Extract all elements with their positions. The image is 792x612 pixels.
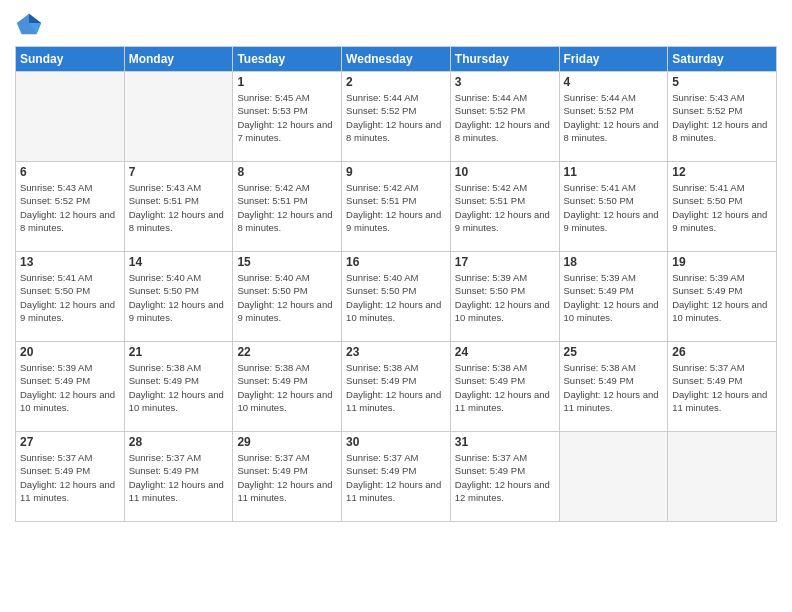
day-number: 10	[455, 165, 555, 179]
calendar-cell: 15Sunrise: 5:40 AMSunset: 5:50 PMDayligh…	[233, 252, 342, 342]
day-info: Sunrise: 5:43 AMSunset: 5:52 PMDaylight:…	[672, 91, 772, 144]
day-number: 16	[346, 255, 446, 269]
day-number: 21	[129, 345, 229, 359]
day-info: Sunrise: 5:42 AMSunset: 5:51 PMDaylight:…	[237, 181, 337, 234]
day-info: Sunrise: 5:37 AMSunset: 5:49 PMDaylight:…	[20, 451, 120, 504]
calendar-cell: 10Sunrise: 5:42 AMSunset: 5:51 PMDayligh…	[450, 162, 559, 252]
day-info: Sunrise: 5:39 AMSunset: 5:49 PMDaylight:…	[20, 361, 120, 414]
calendar-cell	[559, 432, 668, 522]
day-number: 25	[564, 345, 664, 359]
calendar-cell: 1Sunrise: 5:45 AMSunset: 5:53 PMDaylight…	[233, 72, 342, 162]
header	[15, 10, 777, 38]
weekday-header: Saturday	[668, 47, 777, 72]
day-info: Sunrise: 5:37 AMSunset: 5:49 PMDaylight:…	[346, 451, 446, 504]
day-info: Sunrise: 5:37 AMSunset: 5:49 PMDaylight:…	[455, 451, 555, 504]
weekday-header: Friday	[559, 47, 668, 72]
calendar-week-row: 1Sunrise: 5:45 AMSunset: 5:53 PMDaylight…	[16, 72, 777, 162]
calendar-cell: 14Sunrise: 5:40 AMSunset: 5:50 PMDayligh…	[124, 252, 233, 342]
day-number: 17	[455, 255, 555, 269]
svg-marker-1	[29, 14, 41, 23]
day-number: 15	[237, 255, 337, 269]
calendar-cell: 22Sunrise: 5:38 AMSunset: 5:49 PMDayligh…	[233, 342, 342, 432]
weekday-header: Wednesday	[342, 47, 451, 72]
page: SundayMondayTuesdayWednesdayThursdayFrid…	[0, 0, 792, 612]
day-number: 26	[672, 345, 772, 359]
day-number: 27	[20, 435, 120, 449]
day-info: Sunrise: 5:40 AMSunset: 5:50 PMDaylight:…	[237, 271, 337, 324]
calendar-header-row: SundayMondayTuesdayWednesdayThursdayFrid…	[16, 47, 777, 72]
day-info: Sunrise: 5:39 AMSunset: 5:50 PMDaylight:…	[455, 271, 555, 324]
calendar-week-row: 20Sunrise: 5:39 AMSunset: 5:49 PMDayligh…	[16, 342, 777, 432]
calendar-cell: 13Sunrise: 5:41 AMSunset: 5:50 PMDayligh…	[16, 252, 125, 342]
day-info: Sunrise: 5:37 AMSunset: 5:49 PMDaylight:…	[129, 451, 229, 504]
day-number: 1	[237, 75, 337, 89]
day-info: Sunrise: 5:41 AMSunset: 5:50 PMDaylight:…	[20, 271, 120, 324]
day-info: Sunrise: 5:40 AMSunset: 5:50 PMDaylight:…	[129, 271, 229, 324]
calendar-cell: 6Sunrise: 5:43 AMSunset: 5:52 PMDaylight…	[16, 162, 125, 252]
day-number: 9	[346, 165, 446, 179]
day-number: 29	[237, 435, 337, 449]
calendar-cell: 16Sunrise: 5:40 AMSunset: 5:50 PMDayligh…	[342, 252, 451, 342]
day-info: Sunrise: 5:37 AMSunset: 5:49 PMDaylight:…	[672, 361, 772, 414]
day-info: Sunrise: 5:39 AMSunset: 5:49 PMDaylight:…	[672, 271, 772, 324]
day-number: 22	[237, 345, 337, 359]
calendar-cell	[16, 72, 125, 162]
calendar-week-row: 6Sunrise: 5:43 AMSunset: 5:52 PMDaylight…	[16, 162, 777, 252]
day-info: Sunrise: 5:38 AMSunset: 5:49 PMDaylight:…	[346, 361, 446, 414]
calendar-cell: 31Sunrise: 5:37 AMSunset: 5:49 PMDayligh…	[450, 432, 559, 522]
weekday-header: Tuesday	[233, 47, 342, 72]
day-number: 5	[672, 75, 772, 89]
day-info: Sunrise: 5:44 AMSunset: 5:52 PMDaylight:…	[346, 91, 446, 144]
calendar-cell: 19Sunrise: 5:39 AMSunset: 5:49 PMDayligh…	[668, 252, 777, 342]
day-number: 2	[346, 75, 446, 89]
day-info: Sunrise: 5:41 AMSunset: 5:50 PMDaylight:…	[672, 181, 772, 234]
calendar-table: SundayMondayTuesdayWednesdayThursdayFrid…	[15, 46, 777, 522]
weekday-header: Monday	[124, 47, 233, 72]
calendar-cell: 23Sunrise: 5:38 AMSunset: 5:49 PMDayligh…	[342, 342, 451, 432]
calendar-cell: 8Sunrise: 5:42 AMSunset: 5:51 PMDaylight…	[233, 162, 342, 252]
day-info: Sunrise: 5:43 AMSunset: 5:52 PMDaylight:…	[20, 181, 120, 234]
logo-icon	[15, 10, 43, 38]
calendar-cell: 25Sunrise: 5:38 AMSunset: 5:49 PMDayligh…	[559, 342, 668, 432]
day-number: 28	[129, 435, 229, 449]
calendar-cell: 7Sunrise: 5:43 AMSunset: 5:51 PMDaylight…	[124, 162, 233, 252]
calendar-cell: 20Sunrise: 5:39 AMSunset: 5:49 PMDayligh…	[16, 342, 125, 432]
day-info: Sunrise: 5:37 AMSunset: 5:49 PMDaylight:…	[237, 451, 337, 504]
calendar-week-row: 13Sunrise: 5:41 AMSunset: 5:50 PMDayligh…	[16, 252, 777, 342]
day-number: 20	[20, 345, 120, 359]
day-number: 7	[129, 165, 229, 179]
calendar-week-row: 27Sunrise: 5:37 AMSunset: 5:49 PMDayligh…	[16, 432, 777, 522]
day-info: Sunrise: 5:44 AMSunset: 5:52 PMDaylight:…	[564, 91, 664, 144]
calendar-cell: 28Sunrise: 5:37 AMSunset: 5:49 PMDayligh…	[124, 432, 233, 522]
day-number: 11	[564, 165, 664, 179]
day-info: Sunrise: 5:43 AMSunset: 5:51 PMDaylight:…	[129, 181, 229, 234]
calendar-cell: 12Sunrise: 5:41 AMSunset: 5:50 PMDayligh…	[668, 162, 777, 252]
day-number: 14	[129, 255, 229, 269]
calendar-cell: 18Sunrise: 5:39 AMSunset: 5:49 PMDayligh…	[559, 252, 668, 342]
calendar-cell	[124, 72, 233, 162]
calendar-cell: 17Sunrise: 5:39 AMSunset: 5:50 PMDayligh…	[450, 252, 559, 342]
calendar-cell	[668, 432, 777, 522]
day-number: 6	[20, 165, 120, 179]
calendar-cell: 29Sunrise: 5:37 AMSunset: 5:49 PMDayligh…	[233, 432, 342, 522]
calendar-cell: 5Sunrise: 5:43 AMSunset: 5:52 PMDaylight…	[668, 72, 777, 162]
logo	[15, 10, 47, 38]
calendar-cell: 11Sunrise: 5:41 AMSunset: 5:50 PMDayligh…	[559, 162, 668, 252]
calendar-cell: 2Sunrise: 5:44 AMSunset: 5:52 PMDaylight…	[342, 72, 451, 162]
day-info: Sunrise: 5:40 AMSunset: 5:50 PMDaylight:…	[346, 271, 446, 324]
day-info: Sunrise: 5:42 AMSunset: 5:51 PMDaylight:…	[455, 181, 555, 234]
calendar-cell: 27Sunrise: 5:37 AMSunset: 5:49 PMDayligh…	[16, 432, 125, 522]
day-number: 19	[672, 255, 772, 269]
calendar-cell: 30Sunrise: 5:37 AMSunset: 5:49 PMDayligh…	[342, 432, 451, 522]
calendar-cell: 4Sunrise: 5:44 AMSunset: 5:52 PMDaylight…	[559, 72, 668, 162]
day-info: Sunrise: 5:38 AMSunset: 5:49 PMDaylight:…	[129, 361, 229, 414]
calendar-cell: 21Sunrise: 5:38 AMSunset: 5:49 PMDayligh…	[124, 342, 233, 432]
day-number: 23	[346, 345, 446, 359]
day-number: 31	[455, 435, 555, 449]
calendar-cell: 24Sunrise: 5:38 AMSunset: 5:49 PMDayligh…	[450, 342, 559, 432]
weekday-header: Sunday	[16, 47, 125, 72]
day-number: 3	[455, 75, 555, 89]
day-number: 30	[346, 435, 446, 449]
day-number: 12	[672, 165, 772, 179]
day-number: 24	[455, 345, 555, 359]
